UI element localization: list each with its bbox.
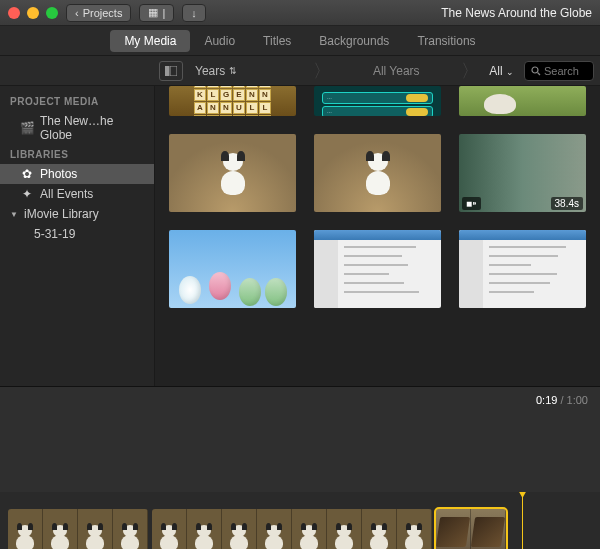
media-thumbnail[interactable] (314, 134, 441, 212)
media-thumbnail[interactable]: ············ (314, 86, 441, 116)
tab-audio[interactable]: Audio (190, 30, 249, 52)
duration-badge: 38.4s (551, 197, 583, 210)
playhead[interactable] (522, 492, 523, 549)
media-thumbnail[interactable] (169, 230, 296, 308)
timeline-clip[interactable] (152, 509, 432, 549)
import-button[interactable]: ↓ (182, 4, 206, 22)
svg-rect-0 (165, 66, 169, 76)
flower-icon: ✿ (20, 167, 34, 181)
scope-dropdown[interactable]: Years ⇅ (183, 64, 313, 78)
sidebar-item-imovie-library[interactable]: ▼iMovie Library (0, 204, 154, 224)
filter-all-label: All (489, 64, 502, 78)
tab-titles[interactable]: Titles (249, 30, 305, 52)
download-arrow-icon: ↓ (191, 7, 197, 19)
media-thumbnail[interactable] (314, 230, 441, 308)
media-grid: ERAORAKLGENNANNULLOINNEE············■⁍38… (155, 86, 600, 386)
sidebar-header: LIBRARIES (0, 145, 154, 164)
svg-line-3 (538, 72, 541, 75)
media-thumbnail[interactable] (459, 86, 586, 116)
zoom-icon[interactable] (46, 7, 58, 19)
timeline-timecode: 0:19 / 1:00 (0, 386, 600, 412)
back-button[interactable]: ‹ Projects (66, 4, 131, 22)
sidebar-item-label: All Events (40, 187, 93, 201)
search-input[interactable]: Search (524, 61, 594, 81)
media-thumbnail[interactable]: ■⁍38.4s (459, 134, 586, 212)
media-thumbnail[interactable]: ERAORAKLGENNANNULLOINNEE (169, 86, 296, 116)
sidebar-item-label: Photos (40, 167, 77, 181)
tab-backgrounds[interactable]: Backgrounds (305, 30, 403, 52)
timeline-clip[interactable] (436, 509, 506, 549)
close-icon[interactable] (8, 7, 20, 19)
sidebar-item-label: iMovie Library (24, 207, 99, 221)
total-time: / 1:00 (557, 394, 588, 406)
filter-all-dropdown[interactable]: All ⌄ (479, 64, 524, 78)
minimize-icon[interactable] (27, 7, 39, 19)
sidebar-item-all-events[interactable]: ✦All Events (0, 184, 154, 204)
sidebar-item-label: The New…he Globe (40, 114, 144, 142)
chevron-down-icon: ⌄ (506, 67, 514, 77)
star-icon: ✦ (20, 187, 34, 201)
sidebar-item-the-new-he-globe[interactable]: 🎬The New…he Globe (0, 111, 154, 145)
svg-rect-1 (170, 66, 177, 76)
scope-label: Years (195, 64, 225, 78)
breadcrumb-separator-icon: 〉 (461, 59, 479, 83)
sort-icon: ⇅ (229, 66, 237, 76)
timeline-empty-track[interactable] (0, 412, 600, 492)
current-time: 0:19 (536, 394, 557, 406)
window-controls (8, 7, 58, 19)
sidebar-header: PROJECT MEDIA (0, 92, 154, 111)
main-area: PROJECT MEDIA🎬The New…he GlobeLIBRARIES✿… (0, 86, 600, 386)
sidebar: PROJECT MEDIA🎬The New…he GlobeLIBRARIES✿… (0, 86, 155, 386)
sidebar-item-5-31-19[interactable]: 5-31-19 (0, 224, 154, 244)
media-tabs: My MediaAudioTitlesBackgroundsTransition… (0, 26, 600, 56)
timeline[interactable] (0, 492, 600, 549)
filter-bar: Years ⇅ 〉 All Years 〉 All ⌄ Search (0, 56, 600, 86)
tab-transitions[interactable]: Transitions (403, 30, 489, 52)
range-dropdown[interactable]: All Years (331, 64, 461, 78)
range-label: All Years (373, 64, 420, 78)
titlebar: ‹ Projects ▦ | ↓ The News Around the Glo… (0, 0, 600, 26)
clapper-icon: 🎬 (20, 121, 34, 135)
media-thumbnail[interactable] (459, 230, 586, 308)
search-icon (531, 66, 541, 76)
window-title: The News Around the Globe (441, 6, 592, 20)
video-icon: ■⁍ (462, 197, 481, 210)
media-thumbnail[interactable] (169, 134, 296, 212)
view-toggle-button[interactable]: ▦ | (139, 4, 174, 22)
disclosure-triangle-icon: ▼ (10, 210, 18, 219)
search-placeholder: Search (544, 65, 579, 77)
back-label: Projects (83, 7, 123, 19)
sidebar-item-label: 5-31-19 (34, 227, 75, 241)
chevron-left-icon: ‹ (75, 7, 79, 19)
sidebar-toggle-button[interactable] (159, 61, 183, 81)
grid-icon: ▦ (148, 6, 158, 19)
timeline-clip[interactable] (8, 509, 148, 549)
divider-icon: | (162, 7, 165, 19)
sidebar-item-photos[interactable]: ✿Photos (0, 164, 154, 184)
svg-point-2 (532, 67, 538, 73)
tab-my-media[interactable]: My Media (110, 30, 190, 52)
breadcrumb-separator-icon: 〉 (313, 59, 331, 83)
